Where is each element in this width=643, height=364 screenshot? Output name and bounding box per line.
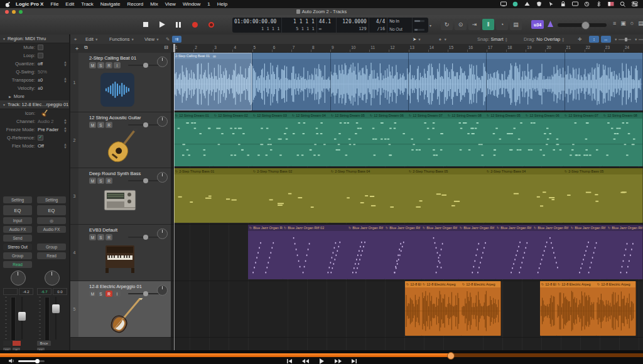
duplicate-track-button[interactable]: ⧉ [84, 45, 88, 51]
region[interactable]: ↻2-Step Thump Bass 05 [408, 168, 486, 223]
strip-audio-fx-button[interactable]: Audio FX [37, 226, 66, 233]
autopunch-button[interactable]: ⊙ [455, 19, 467, 30]
horizontal-auto-zoom-button[interactable]: ↔ [601, 36, 611, 43]
menu-item-logic-pro-x[interactable]: Logic Pro X [16, 1, 43, 7]
track-volume-slider[interactable] [128, 293, 161, 294]
track-pan-knob[interactable] [157, 56, 168, 67]
loop-browser-button[interactable]: ○ [630, 20, 634, 26]
fader-cap[interactable] [18, 312, 26, 321]
track-row-3[interactable]: Q-Reference:✓ [0, 134, 69, 142]
region[interactable]: ↻2-Step Thump Bass 04 [485, 168, 564, 223]
track-lane-2[interactable]: ↻12 String Dream 01↻12 String Dream 02↻1… [171, 112, 643, 168]
region[interactable]: ↻2-Step Thump Bass 02 [252, 168, 330, 223]
bluetooth-icon[interactable] [596, 1, 602, 7]
list-editors-button[interactable]: ≡ [613, 20, 616, 26]
lcd-tempo[interactable]: 120.0000 129 [337, 18, 369, 33]
lcd-time-signature[interactable]: 4/4 /16 [369, 18, 387, 33]
strip-group-button[interactable]: Group [37, 244, 66, 250]
region[interactable]: ↻Blue Jazz Organ Rif [384, 225, 422, 279]
menu-item-track[interactable]: Track [81, 1, 94, 7]
track-name[interactable]: 2-Step Calling Beat 01 [89, 55, 136, 61]
shield-icon[interactable] [536, 1, 543, 7]
control-center-icon[interactable] [632, 1, 638, 7]
menu-item-help[interactable]: Help [217, 1, 227, 7]
region-row-6[interactable]: ▶More [0, 92, 69, 100]
track-volume-slider[interactable] [128, 180, 161, 181]
menu-item-edit[interactable]: Edit [65, 1, 74, 7]
fast-forward-button[interactable] [335, 359, 342, 363]
strip-input-button[interactable]: Input [3, 217, 32, 224]
cycle-button[interactable]: ↻ [441, 19, 453, 30]
track-input-button[interactable]: I [114, 291, 121, 297]
track-input-button[interactable]: I [114, 62, 121, 68]
region[interactable]: ↻12 String Dream 01 [174, 112, 213, 166]
track-volume-slider[interactable] [128, 237, 161, 238]
track-solo-button[interactable]: S [97, 291, 104, 297]
record-chip-red[interactable] [13, 341, 21, 346]
region-row-3[interactable]: Q-Swing:50% [0, 68, 69, 76]
stepper-icon[interactable]: ▲▼ [63, 143, 67, 149]
region-row-4[interactable]: Transpose:±0▲▼ [0, 76, 69, 84]
region[interactable]: ↻12 String Dream 08 [446, 112, 486, 166]
edit-menu[interactable]: Edit▼ [85, 35, 98, 44]
strip-send-button[interactable]: Send [3, 235, 32, 242]
cursor-icon[interactable] [548, 1, 554, 7]
region[interactable]: ↻12 String Dream 08 [602, 112, 643, 166]
menu-item-view[interactable]: View [165, 1, 176, 7]
track-pan-knob[interactable] [157, 116, 168, 127]
stepper-icon[interactable]: ▲▼ [63, 127, 67, 133]
track-value-2[interactable]: Pre Fader [38, 127, 58, 132]
region-row-1[interactable]: Loop: [0, 51, 69, 60]
track-lane-1[interactable]: 2-Step Calling Beat 01∞ [171, 53, 643, 112]
region[interactable]: ↻Blue Jazz Organ Rif [421, 225, 459, 279]
user-badge[interactable]: u34 [531, 20, 544, 29]
track-pan-knob[interactable] [157, 228, 168, 239]
track-header-1[interactable]: 12-Step Calling Beat 01MSRI [70, 53, 171, 112]
strip-bounce-button[interactable]: Bnce [37, 341, 51, 346]
region[interactable]: 2-Step Calling Beat 01∞ [174, 53, 643, 110]
track-record-button[interactable]: R [105, 62, 112, 68]
track-name[interactable]: EVB3 Default [89, 227, 117, 233]
skip-forward-button[interactable] [352, 359, 357, 363]
lcd-time[interactable]: 01:00:00:00.00 1 1 1 1 [232, 18, 282, 33]
vertical-auto-zoom-button[interactable]: ↕ [589, 36, 599, 43]
track-solo-button[interactable]: S [97, 178, 104, 184]
region[interactable]: ↻12 String Dream 07 [408, 112, 447, 166]
notification-bell-icon[interactable] [546, 20, 554, 29]
track-name[interactable]: Deep Round Synth Bass [89, 171, 141, 176]
track-lane-5[interactable]: ↻12-8 Ele↻12-8 Electric Arpeg↻12-8 Elect… [171, 281, 643, 338]
track-volume-thumb[interactable] [143, 178, 148, 183]
count-in-button[interactable]: ⇥ [468, 19, 480, 30]
strip-pan-knob[interactable] [45, 270, 60, 286]
master-volume-thumb[interactable] [581, 21, 590, 29]
track-volume-slider[interactable] [128, 124, 161, 126]
region[interactable]: ↻12 String Dream 03 [252, 112, 291, 166]
capture-record-button[interactable] [205, 19, 217, 29]
track-record-button[interactable]: R [105, 122, 112, 128]
input-flag-icon[interactable] [608, 1, 614, 7]
catch-playhead-button[interactable]: ⇉ [172, 36, 181, 43]
bar-ruler[interactable]: 123456789101112131415161718192021222324 [171, 44, 643, 53]
tuner-button[interactable]: ‖ [482, 19, 494, 30]
spotlight-icon[interactable] [620, 1, 626, 7]
region[interactable]: ↻12 String Dream 04 [291, 112, 330, 166]
strip-audio-fx-button[interactable]: Audio FX [3, 226, 32, 233]
region-inspector-header[interactable]: ▼Region: MIDI Thru [0, 35, 69, 43]
strip-read-button[interactable]: Read [3, 261, 32, 268]
click-button[interactable]: ◔ [496, 19, 508, 30]
track-mute-button[interactable]: M [89, 291, 96, 297]
menu-item-file[interactable]: File [50, 1, 58, 7]
lcd-position[interactable]: 1 1 1 1 5 1 1 1 [282, 18, 316, 33]
region[interactable]: ↻12 String Dream 07 [563, 112, 603, 166]
region[interactable]: ↻12-8 Electric Arpeg [596, 281, 636, 336]
track-record-button[interactable]: R [105, 291, 112, 297]
vertical-zoom-slider[interactable]: ▼ [614, 35, 627, 44]
lcd-sample-rate[interactable]: 44.1 ▬ [317, 18, 337, 33]
view-menu[interactable]: View▼ [144, 35, 159, 44]
region[interactable]: ↻Blue Jazz Organ Rif [347, 225, 385, 279]
strip-read-button[interactable]: Read [37, 252, 66, 259]
fader-track[interactable] [55, 297, 57, 340]
track-pan-knob[interactable] [157, 172, 168, 183]
region[interactable]: ↻Blue Jazz Organ Rif [248, 225, 283, 279]
region-row-5[interactable]: Velocity:±0 [0, 84, 69, 92]
